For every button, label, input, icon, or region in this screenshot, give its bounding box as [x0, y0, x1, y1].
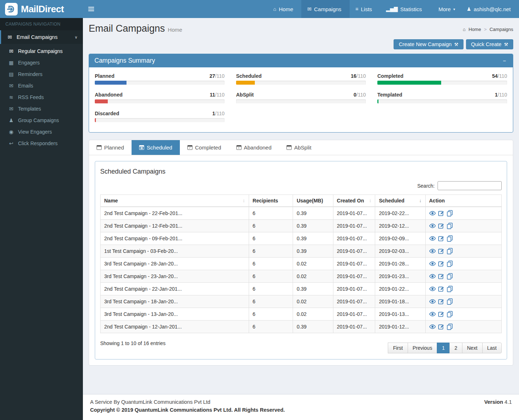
collapse-icon[interactable]: − [501, 58, 507, 63]
view-eye-icon[interactable] [429, 223, 436, 229]
sidebar-item[interactable]: ▦ Engagers [0, 57, 83, 68]
navbar-item-label: Home [279, 6, 293, 12]
edit-pencil-icon[interactable] [438, 235, 444, 242]
copy-icon[interactable] [447, 273, 453, 280]
edit-pencil-icon[interactable] [438, 286, 444, 292]
view-eye-icon[interactable] [429, 273, 436, 280]
page-title: Email Campaigns [89, 23, 165, 34]
pagination-button[interactable]: Previous [408, 343, 437, 353]
edit-pencil-icon[interactable] [438, 260, 444, 267]
tab-planned[interactable]: Planned [89, 140, 132, 155]
tab-completed[interactable]: ✓ Completed [180, 140, 229, 155]
copy-icon[interactable] [447, 260, 453, 267]
edit-pencil-icon[interactable] [438, 323, 444, 330]
breadcrumb-home-link[interactable]: Home [469, 27, 481, 32]
cell-created-on: 2019-01-07... [333, 220, 375, 232]
tab-label: AbSplit [294, 144, 311, 151]
stat-total: /110 [498, 92, 507, 98]
copy-icon[interactable] [447, 248, 453, 254]
cell-created-on: 2019-01-07... [333, 295, 375, 308]
sidebar-item[interactable]: ✉ Regular Campaigns [0, 45, 83, 57]
pagination-button[interactable]: Last [482, 343, 502, 353]
cell-usage: 0.02 [293, 295, 333, 308]
cell-scheduled: 2019-01-22... [375, 283, 425, 295]
sidebar-item[interactable]: ◉ View Engagers [0, 126, 83, 138]
sidebar-toggle-button[interactable] [83, 0, 99, 18]
edit-pencil-icon[interactable] [438, 298, 444, 305]
cell-scheduled: 2019-01-18... [375, 295, 425, 308]
copy-icon[interactable] [447, 311, 453, 317]
view-eye-icon[interactable] [429, 260, 436, 267]
email-icon: ✉ [8, 83, 14, 89]
column-header-scheduled[interactable]: Scheduled ↓ [375, 195, 425, 207]
copy-icon[interactable] [447, 323, 453, 330]
view-eye-icon[interactable] [429, 298, 436, 305]
view-eye-icon[interactable] [429, 311, 436, 317]
stat-value: 54 [492, 73, 498, 79]
tab-abandoned[interactable]: × Abandoned [229, 140, 279, 155]
sidebar-item-email-campaigns[interactable]: ✉ Email Campaigns ∨ [0, 30, 83, 44]
calendar-icon: ▦ [139, 145, 144, 150]
progress-bar [236, 81, 255, 85]
envelope-icon: ✉ [307, 6, 311, 12]
copy-icon[interactable] [447, 235, 453, 242]
pagination-button[interactable]: First [388, 343, 408, 353]
copy-icon[interactable] [447, 223, 453, 229]
sidebar-item-label: Engagers [18, 60, 40, 66]
cell-usage: 0.39 [293, 232, 333, 245]
copy-icon[interactable] [447, 210, 453, 216]
view-eye-icon[interactable] [429, 210, 436, 216]
progress-track [95, 81, 225, 85]
sidebar-item[interactable]: ✉ Emails [0, 80, 83, 91]
column-header-usage[interactable]: Usage(MB) [293, 195, 333, 207]
edit-pencil-icon[interactable] [438, 273, 444, 280]
column-header-created-on[interactable]: Created On ↕ [333, 195, 375, 207]
edit-pencil-icon[interactable] [438, 210, 444, 216]
navbar-item[interactable]: ⌂ Home [267, 0, 301, 18]
tools-icon: ⚒ [454, 42, 458, 47]
tab-absplit[interactable]: − AbSplit [279, 140, 319, 155]
view-eye-icon[interactable] [429, 248, 436, 254]
view-eye-icon[interactable] [429, 286, 436, 292]
column-header-name[interactable]: Name ↕ [101, 195, 249, 207]
create-new-campaign-button[interactable]: Create New Campaign ⚒ [394, 39, 463, 49]
summary-stat: Completed 54/110 [377, 73, 507, 85]
sort-icon: ↕ [369, 198, 372, 203]
cell-recipients: 6 [249, 295, 293, 308]
navbar-item[interactable]: ✉ Campaigns [301, 0, 350, 18]
sidebar-item[interactable]: ▤ Reminders [0, 68, 83, 80]
tab-scheduled[interactable]: ▦ Scheduled [132, 140, 180, 155]
campaigns-summary-panel: Campaigns Summary − Planned 27/110 [89, 54, 513, 133]
table-row: 2nd Test Campaign - 12-Jan-201... 6 0.39… [101, 321, 502, 333]
view-eye-icon[interactable] [429, 323, 436, 330]
view-eye-icon[interactable] [429, 235, 436, 242]
copy-icon[interactable] [447, 286, 453, 292]
navbar-item[interactable]: ▂▅▇ Statistics [380, 0, 430, 18]
navbar-item-label: Lists [361, 6, 372, 12]
pagination-button[interactable]: 1 [437, 343, 450, 353]
table-row: 3rd Test Campaign - 18-Jan-20... 6 0.02 … [101, 295, 502, 308]
edit-pencil-icon[interactable] [438, 311, 444, 317]
sidebar-item[interactable]: ≋ RSS Feeds [0, 91, 83, 103]
sidebar-item[interactable]: ✉ Templates [0, 103, 83, 115]
summary-stats: Planned 27/110 Scheduled 16/110 [89, 67, 513, 132]
progress-bar [377, 99, 378, 103]
navbar-item[interactable]: More ▾ [430, 0, 461, 18]
copy-icon[interactable] [447, 298, 453, 305]
search-input[interactable] [438, 181, 502, 190]
home-icon: ⌂ [273, 6, 276, 12]
sidebar-item[interactable]: ↩ Click Responders [0, 138, 83, 149]
brand-logo-link[interactable]: MailDirect [0, 0, 83, 18]
sidebar-item[interactable]: ♟ Group Campaigns [0, 115, 83, 126]
navbar-item[interactable]: ≡ Lists [350, 0, 380, 18]
quick-create-button[interactable]: Quick Create ⚒ [466, 39, 513, 49]
navbar-item[interactable]: ♟ ashish@qlc.net [461, 0, 519, 18]
chevron-down-icon: ∨ [75, 35, 77, 40]
edit-pencil-icon[interactable] [438, 248, 444, 254]
edit-pencil-icon[interactable] [438, 223, 444, 229]
column-header-recipients[interactable]: Recipients [249, 195, 293, 207]
pagination-button[interactable]: Next [462, 343, 483, 353]
pagination-button[interactable]: 2 [449, 343, 462, 353]
content-area: Email CampaignsHome ⌂ Home > Campaigns C… [83, 18, 519, 394]
calendar-icon: ▤ [8, 71, 14, 77]
